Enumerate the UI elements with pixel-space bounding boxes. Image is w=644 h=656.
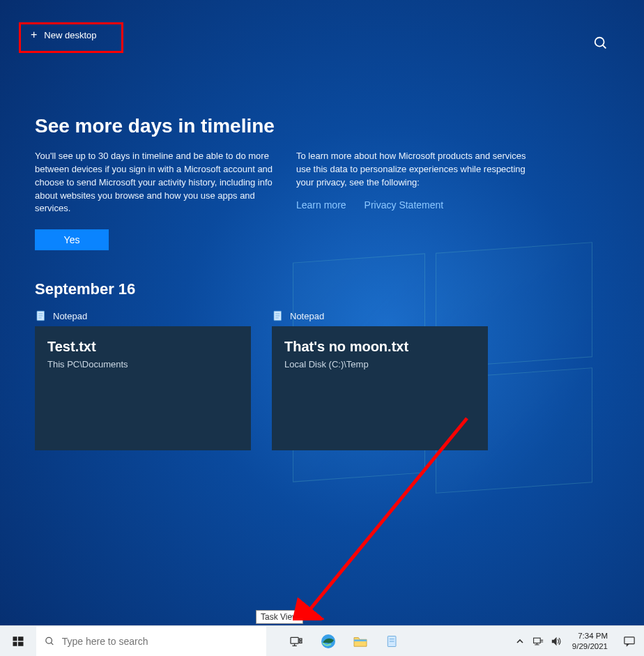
svg-point-0 bbox=[595, 38, 604, 47]
taskbar-clock[interactable]: 7:34 PM 9/29/2021 bbox=[565, 631, 615, 651]
notepad-icon bbox=[272, 310, 284, 322]
search-icon bbox=[593, 36, 608, 51]
svg-rect-18 bbox=[300, 639, 302, 640]
tray-volume[interactable] bbox=[547, 626, 565, 656]
timeline-promo: See more days in timeline You'll see up … bbox=[35, 115, 565, 250]
new-desktop-button[interactable]: + New desktop bbox=[31, 29, 97, 40]
timeline-card-group: Notepad Test.txt This PC\Documents bbox=[35, 310, 251, 450]
clock-time: 7:34 PM bbox=[572, 631, 608, 641]
svg-rect-12 bbox=[18, 636, 24, 641]
svg-rect-14 bbox=[18, 641, 24, 646]
timeline-cards-row: Notepad Test.txt This PC\Documents Notep… bbox=[35, 310, 488, 450]
notification-icon bbox=[623, 636, 636, 647]
folder-icon bbox=[353, 635, 368, 648]
network-icon bbox=[532, 636, 544, 646]
tray-network[interactable] bbox=[529, 626, 547, 656]
svg-line-16 bbox=[51, 642, 53, 644]
svg-rect-17 bbox=[291, 637, 298, 643]
clock-date: 9/29/2021 bbox=[572, 641, 608, 651]
promo-heading: See more days in timeline bbox=[35, 115, 565, 137]
timeline-activity-card[interactable]: Test.txt This PC\Documents bbox=[35, 326, 251, 450]
plus-icon: + bbox=[31, 29, 37, 40]
start-button[interactable] bbox=[0, 626, 36, 656]
card-title: Test.txt bbox=[47, 339, 238, 355]
card-title: That's no moon.txt bbox=[284, 339, 475, 355]
task-view-button[interactable] bbox=[280, 626, 312, 656]
tray-chevron-up[interactable] bbox=[511, 626, 529, 656]
windows-logo-icon bbox=[12, 635, 24, 648]
search-icon bbox=[45, 636, 55, 647]
taskbar: 7:34 PM 9/29/2021 bbox=[0, 625, 644, 656]
svg-rect-19 bbox=[300, 641, 302, 643]
card-subtitle: Local Disk (C:)\Temp bbox=[284, 359, 475, 369]
svg-rect-11 bbox=[13, 636, 17, 641]
timeline-card-group: Notepad That's no moon.txt Local Disk (C… bbox=[272, 310, 488, 450]
timeline-activity-card[interactable]: That's no moon.txt Local Disk (C:)\Temp bbox=[272, 326, 488, 450]
taskbar-tray: 7:34 PM 9/29/2021 bbox=[511, 626, 644, 656]
timeline-date-heading: September 16 bbox=[35, 280, 135, 298]
privacy-statement-link[interactable]: Privacy Statement bbox=[365, 198, 444, 212]
promo-text-right: To learn more about how Microsoft produc… bbox=[296, 150, 537, 190]
learn-more-link[interactable]: Learn more bbox=[296, 198, 346, 212]
notepad-icon bbox=[385, 634, 399, 648]
card-app-name: Notepad bbox=[53, 311, 87, 321]
new-desktop-label: New desktop bbox=[44, 30, 96, 40]
svg-rect-30 bbox=[624, 636, 634, 643]
card-subtitle: This PC\Documents bbox=[47, 359, 238, 369]
notepad-icon bbox=[35, 310, 47, 322]
card-app-name: Notepad bbox=[290, 311, 324, 321]
svg-rect-27 bbox=[533, 638, 540, 643]
task-view-top-bar: + New desktop bbox=[0, 21, 644, 63]
task-view-icon bbox=[289, 636, 303, 647]
notepad-taskbar-button[interactable] bbox=[376, 626, 408, 656]
taskbar-search-box[interactable] bbox=[36, 626, 266, 656]
yes-button[interactable]: Yes bbox=[35, 229, 109, 250]
svg-line-1 bbox=[603, 45, 606, 49]
svg-rect-23 bbox=[354, 639, 367, 641]
timeline-search-button[interactable] bbox=[591, 33, 611, 53]
task-view-tooltip: Task View bbox=[256, 610, 303, 624]
svg-point-15 bbox=[46, 637, 52, 643]
chevron-up-icon bbox=[516, 637, 524, 646]
edge-button[interactable] bbox=[312, 626, 344, 656]
speaker-icon bbox=[551, 636, 562, 646]
promo-text-left: You'll see up to 30 days in timeline and… bbox=[35, 150, 275, 215]
file-explorer-button[interactable] bbox=[344, 626, 376, 656]
edge-icon bbox=[320, 633, 337, 650]
action-center-button[interactable] bbox=[615, 626, 644, 656]
svg-rect-13 bbox=[13, 641, 17, 646]
taskbar-search-input[interactable] bbox=[62, 636, 258, 647]
